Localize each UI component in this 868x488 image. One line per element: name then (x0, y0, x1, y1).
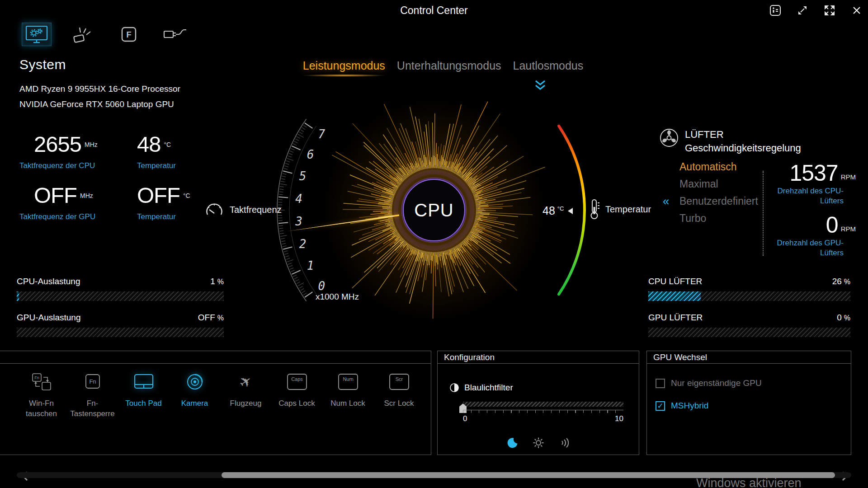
checkbox-nur-eigenst-ndige-gpu[interactable] (656, 379, 665, 388)
double-chevron-left-icon[interactable]: « (663, 192, 669, 210)
gpu-option-mshybrid[interactable]: ✓MSHybrid (656, 401, 762, 411)
gpu-fan-meter: GPU LÜFTER 0% (648, 313, 850, 337)
tab-fn-keys[interactable]: F (114, 23, 144, 46)
svg-text:Fn: Fn (34, 375, 39, 380)
svg-text:0: 0 (318, 279, 325, 293)
checkbox-mshybrid[interactable]: ✓ (656, 401, 665, 411)
fan-title: LÜFTER (685, 128, 801, 141)
cpu-usage-value: 1% (210, 277, 224, 286)
cpu-rpm-unit: RPM (841, 173, 856, 184)
key-icon: Scr (388, 371, 410, 393)
fullscreen-button[interactable] (823, 4, 836, 17)
fan-mode-label: Maximal (679, 178, 718, 190)
info-button[interactable] (769, 4, 782, 17)
frequency-gauge-label: Taktfrequenz (204, 202, 282, 218)
konfiguration-mode-icons (438, 437, 639, 449)
toggle-label: Caps Lock (278, 398, 315, 408)
toggle-scr-lock[interactable]: ScrScr Lock (373, 371, 425, 419)
gpu-name: NVIDIA GeForce RTX 5060 Laptop GPU (19, 97, 236, 112)
svg-text:3: 3 (295, 215, 302, 228)
temperature-value: 48 (542, 204, 555, 217)
titlebar-buttons (769, 4, 863, 17)
keyboard-backlight-icon (72, 24, 94, 44)
fan-subtitle: Geschwindigkeitsregelung (685, 141, 801, 155)
tab-devices[interactable] (160, 23, 190, 46)
info-icon (769, 5, 781, 16)
toggle-touch-pad[interactable]: Touch Pad (118, 371, 169, 419)
gpu-rpm-unit: RPM (841, 225, 856, 236)
system-settings-icon (24, 24, 49, 44)
fan-mode-label: Turbo (679, 212, 706, 224)
sound-icon[interactable] (559, 437, 571, 449)
fullscreen-icon (824, 5, 835, 16)
cpu-fan-value: 26% (832, 277, 850, 286)
toggle-flugzeug[interactable]: ✈Flugzeug (220, 371, 271, 419)
cpu-frequency-label: Taktfrequenz der CPU (19, 161, 137, 170)
toggle-num-lock[interactable]: NumNum Lock (322, 371, 373, 419)
mode-tab-unterhaltungsmodus[interactable]: Unterhaltungsmodus (397, 59, 501, 72)
bluelight-slider-ruler (463, 410, 623, 413)
gpu-fan-rpm: 0 RPM Drehzahl des GPU-Lüfters (729, 214, 856, 258)
svg-text:6: 6 (307, 148, 314, 161)
windows-activation-watermark: Windows aktivieren (696, 476, 802, 488)
cpu-frequency-stat: 2655MHz Taktfrequenz der CPU (19, 133, 137, 170)
bluelight-slider-range: 0 10 (463, 414, 623, 423)
gpu-usage-label: GPU-Auslastung (17, 313, 81, 323)
svg-text:F: F (127, 30, 132, 39)
main-toolbar: F (22, 23, 190, 46)
gpu-fan-value: 0% (837, 313, 850, 323)
toggle-kamera[interactable]: Kamera (169, 371, 220, 419)
gpu-option-label: MSHybrid (671, 401, 708, 411)
cpu-name: A​MD Ryzen 9 9955HX 16-Core Processor (19, 81, 236, 97)
toggle-caps-lock[interactable]: CapsCaps Lock (271, 371, 322, 419)
toggle-win-fn-tauschen[interactable]: FnWin-Fntauschen (16, 371, 67, 419)
tab-lighting[interactable] (68, 23, 98, 46)
cpu-temperature-value: 48 (137, 132, 161, 156)
bluelight-filter-label: Blaulichtfilter (464, 383, 513, 393)
cpu-frequency-value: 2655 (34, 132, 81, 156)
gpu-rpm-value: 0 (826, 214, 838, 236)
cpu-rpm-label: Drehzahl des CPU-Lüfters (766, 186, 844, 206)
cpu-fan-label: CPU LÜFTER (648, 277, 702, 286)
gauge-axis-label: x1000 MHz (310, 292, 364, 302)
mode-tabs: LeistungsmodusUnterhaltungsmodusLautlosm… (303, 59, 583, 72)
titlebar: Control Center (0, 0, 868, 22)
konfiguration-title: Konfiguration (438, 351, 639, 364)
cpu-usage-bar (17, 291, 224, 301)
mode-tab-lautlosmodus[interactable]: Lautlosmodus (513, 59, 584, 72)
fan-mode-label: Automatisch (679, 161, 737, 173)
gpu-usage-bar (17, 328, 224, 337)
gpu-usage-value: OFF% (198, 313, 224, 323)
thermometer-icon (589, 199, 600, 220)
fn-key-icon: F (120, 25, 138, 43)
temperature-label-text: Temperatur (605, 204, 651, 215)
bluelight-slider-track[interactable] (463, 402, 623, 407)
win-fn-swap-icon: Fn (31, 371, 52, 393)
gpu-option-nur-eigenst-ndige-gpu[interactable]: Nur eigenständige GPU (656, 378, 762, 388)
toggle-label: Kamera (181, 398, 208, 408)
gpu-option-label: Nur eigenständige GPU (671, 378, 762, 388)
temperature-unit: °C (557, 205, 564, 212)
toggle-fn-tastensperre[interactable]: FnFn-Tastensperre (67, 371, 118, 419)
mode-tab-leistungsmodus[interactable]: Leistungsmodus (303, 59, 385, 72)
svg-text:Caps: Caps (291, 376, 303, 382)
speedometer-icon (204, 202, 224, 218)
airplane-icon: ✈ (240, 371, 252, 393)
gauge-center-label: CPU (414, 200, 453, 220)
toggle-label: Flugzeug (230, 398, 262, 408)
camera-icon (184, 371, 205, 393)
restore-down-button[interactable] (796, 4, 809, 17)
tab-system[interactable] (22, 23, 52, 46)
slider-max-label: 10 (615, 414, 623, 423)
svg-text:2: 2 (299, 237, 307, 251)
svg-text:1: 1 (307, 259, 314, 272)
cpu-usage-meter: CPU-Auslastung 1% (17, 277, 224, 301)
close-button[interactable] (850, 4, 863, 17)
svg-text:Num: Num (343, 376, 353, 382)
svg-text:Fn: Fn (89, 378, 96, 385)
night-mode-icon[interactable] (506, 437, 518, 449)
brightness-icon[interactable] (533, 437, 544, 449)
svg-text:Scr: Scr (395, 376, 403, 382)
cpu-rpm-value: 1537 (789, 162, 838, 184)
expand-modes-button[interactable] (533, 80, 547, 91)
